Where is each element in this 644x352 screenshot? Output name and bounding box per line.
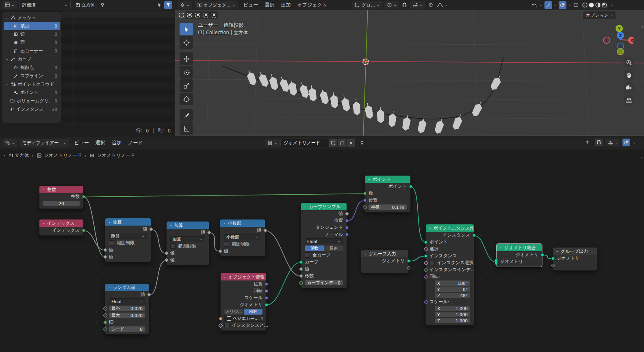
region-collapse-arrow[interactable]: ‹: [641, 155, 643, 160]
number-field[interactable]: Z1.000: [435, 318, 470, 323]
socket[interactable]: [219, 317, 222, 320]
node-groupout[interactable]: ⌄グループ出力ジオメトリ: [553, 247, 597, 271]
object-field[interactable]: ベジエカー...✕: [224, 315, 266, 322]
number-field[interactable]: 最小-0.020: [109, 306, 145, 311]
overlays-toggle[interactable]: [622, 139, 630, 146]
node-editor-menu-1[interactable]: 選択: [92, 139, 108, 146]
socket[interactable]: [299, 261, 303, 264]
show-gizmo-dropdown[interactable]: ⌄: [531, 1, 543, 9]
collapse-chevron-icon[interactable]: ⌄: [108, 286, 111, 289]
socket[interactable]: [473, 234, 476, 237]
tree-item-8[interactable]: ⌄ポイントクラウド: [4, 80, 60, 89]
socket[interactable]: [82, 195, 85, 198]
editor-type-button[interactable]: ⌄: [2, 1, 17, 9]
number-field[interactable]: X180°: [435, 280, 470, 286]
socket[interactable]: [265, 303, 268, 306]
node-sample[interactable]: ⌄カーブサンプル値位置タンジェントノーマルFloat⌄係数長さ全カーブカーブ値係…: [301, 202, 347, 288]
snap-settings-dropdown[interactable]: ⌄: [410, 1, 425, 9]
pin-icon[interactable]: [360, 141, 364, 146]
viewport-menu-1[interactable]: 選択: [261, 2, 278, 9]
collapse-chevron-icon[interactable]: ⌄: [223, 275, 226, 278]
number-field[interactable]: カーブインデ...0: [305, 280, 343, 286]
select-set-button[interactable]: [178, 11, 185, 19]
socket[interactable]: [345, 233, 349, 236]
socket[interactable]: [424, 254, 427, 258]
node-editor-menu-0[interactable]: ビュー: [71, 139, 93, 146]
shading-rendered-icon[interactable]: [601, 2, 607, 8]
new-copy-button[interactable]: [338, 139, 346, 147]
toggle-option[interactable]: 係数: [305, 246, 324, 251]
mode-dropdown[interactable]: オブジェク...⌄: [195, 1, 238, 9]
collapse-chevron-icon[interactable]: ⌄: [42, 188, 45, 191]
zoom-button[interactable]: [623, 57, 634, 68]
transform-tool-button[interactable]: [180, 93, 193, 105]
annotate-tool-button[interactable]: [180, 109, 193, 122]
navigation-gizmo[interactable]: Y Z X: [596, 20, 633, 56]
measure-tool-button[interactable]: [180, 122, 193, 135]
snap-settings-dropdown[interactable]: ⌄: [605, 139, 620, 146]
snap-toggle[interactable]: [595, 139, 603, 146]
xray-toggle[interactable]: [572, 1, 579, 9]
enum-dropdown[interactable]: Float⌄: [109, 298, 145, 305]
tree-item-10[interactable]: ボリュームグリ.0: [4, 97, 60, 105]
socket[interactable]: [265, 282, 268, 286]
filter-button[interactable]: [164, 1, 172, 9]
node-random[interactable]: ⌄ランダム値値Float⌄最小-0.020最大0.020IDシード0: [105, 283, 149, 335]
enum-dropdown[interactable]: 加算⌄: [170, 236, 205, 243]
socket[interactable]: [363, 199, 366, 202]
enum-dropdown[interactable]: 除算⌄: [109, 233, 147, 239]
collapse-chevron-icon[interactable]: ⌄: [556, 250, 559, 253]
rotate-tool-button[interactable]: [180, 66, 193, 78]
shading-material-icon[interactable]: [595, 2, 601, 8]
number-field[interactable]: シード0: [109, 326, 145, 332]
breadcrumb-item-2[interactable]: ジオメトリノード: [89, 152, 135, 159]
transform-orientation-dropdown[interactable]: グロ...⌄: [352, 1, 382, 9]
socket[interactable]: [345, 219, 349, 222]
socket[interactable]: [541, 253, 544, 256]
breadcrumb-expand-icon[interactable]: ⌄: [2, 154, 6, 157]
tree-item-4[interactable]: 面コーナー0: [4, 47, 60, 55]
number-field[interactable]: X1.000: [435, 306, 470, 311]
toggle-option[interactable]: 相対: [244, 309, 263, 315]
select-invert-button[interactable]: [202, 11, 210, 19]
expand-chevron-icon[interactable]: ⌄: [5, 83, 9, 86]
options-dropdown[interactable]: オプション⌄: [583, 11, 616, 19]
expand-chevron-icon[interactable]: ⌄: [5, 57, 9, 61]
overlays-toggle[interactable]: [559, 1, 566, 9]
dataset-dropdown[interactable]: 評価済⌄: [20, 1, 71, 9]
socket[interactable]: [345, 226, 349, 229]
editor-type-button[interactable]: ⌄: [178, 1, 192, 9]
node-join[interactable]: ⌄ジオメトリ統合ジオメトリジオメトリ: [496, 243, 542, 267]
pin-icon[interactable]: [100, 2, 105, 7]
viewport-menu-2[interactable]: 追加: [278, 2, 294, 9]
tree-item-3[interactable]: 面0: [4, 39, 60, 47]
scale-tool-button[interactable]: [180, 79, 193, 92]
tree-item-9[interactable]: ポイント0: [4, 89, 60, 97]
select-box-tool-button[interactable]: [180, 23, 193, 35]
viewport-menu-0[interactable]: ビュー: [240, 2, 262, 9]
camera-view-button[interactable]: [623, 82, 634, 93]
viewport-menu-3[interactable]: オブジェクト: [294, 2, 330, 9]
enum-dropdown[interactable]: Float⌄: [305, 238, 343, 245]
pan-button[interactable]: [623, 70, 634, 80]
socket[interactable]: [407, 259, 410, 263]
select-intersect-button[interactable]: [210, 11, 218, 19]
browse-nodetree-button[interactable]: ⌄: [265, 139, 280, 147]
socket[interactable]: [551, 257, 555, 260]
expand-chevron-icon[interactable]: ⌄: [5, 16, 9, 20]
node-divide[interactable]: ⌄除算値除算⌄範囲制限値値: [105, 218, 151, 262]
parent-tree-button[interactable]: [582, 139, 592, 146]
number-field[interactable]: 半径0.1 m: [369, 204, 407, 210]
collapse-chevron-icon[interactable]: ⌄: [108, 220, 111, 224]
socket[interactable]: [265, 289, 268, 293]
node-group-name-field[interactable]: ジオメトリノード: [280, 139, 328, 147]
node-objinfo[interactable]: ⌄オブジェクト情報位置回転スケールジオメトリオリジ...相対ベジエカー...✕イ…: [220, 273, 267, 331]
select-extend-button[interactable]: [186, 11, 193, 19]
enum-dropdown[interactable]: 小数部⌄: [224, 234, 261, 241]
transform-pivot-dropdown[interactable]: ⌄: [384, 1, 399, 9]
collapse-chevron-icon[interactable]: ⌄: [304, 205, 307, 208]
gizmos-toggle[interactable]: [544, 1, 552, 9]
editor-type-button[interactable]: ⌄: [2, 139, 17, 147]
node-points[interactable]: ⌄ポイントポイント数位置半径0.1 m: [364, 175, 411, 213]
node-iop[interactable]: ⌄ポイント...タンス作成インスタンスポイント選択インスタンスインスタンス選択イ…: [425, 224, 474, 326]
